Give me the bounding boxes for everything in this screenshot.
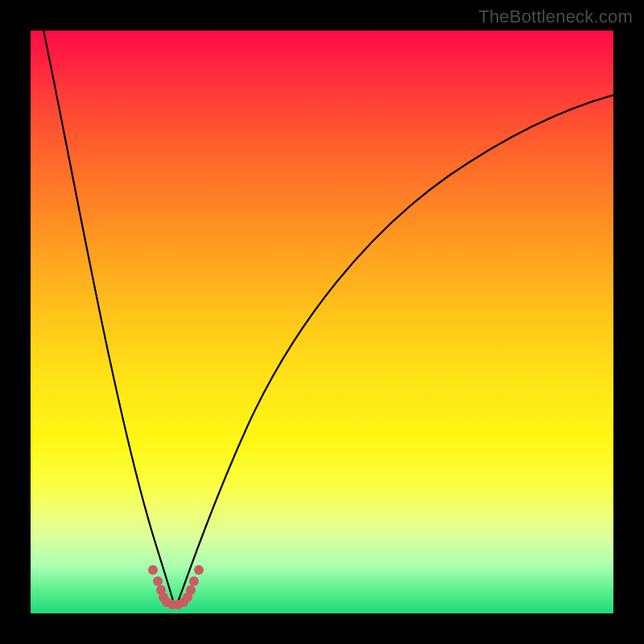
svg-point-11 [194,565,204,575]
curves-layer [31,31,613,613]
valley-dots [148,565,204,609]
left-curve [42,31,174,604]
chart-frame: TheBottleneck.com [0,0,644,644]
right-curve [177,95,613,604]
svg-point-0 [148,565,158,575]
svg-point-10 [189,576,199,586]
watermark-text: TheBottleneck.com [478,6,633,27]
svg-point-1 [153,576,163,586]
svg-point-9 [186,585,196,595]
plot-area [31,31,613,613]
